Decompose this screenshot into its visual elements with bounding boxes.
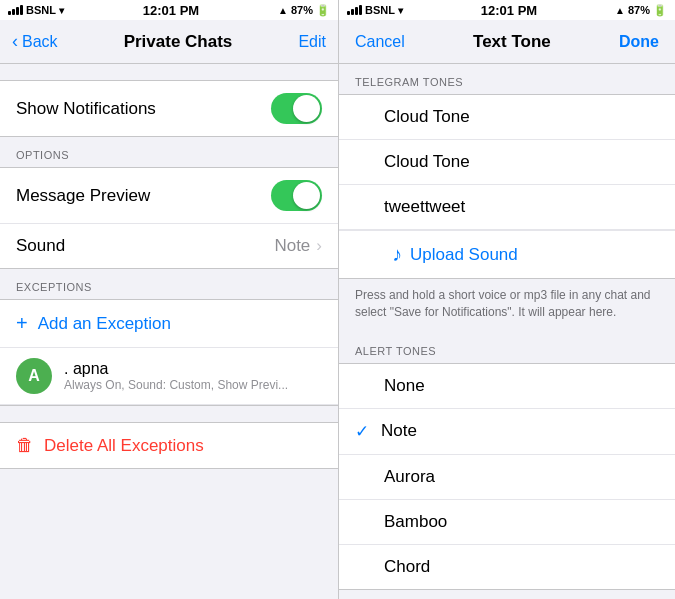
avatar: A xyxy=(16,358,52,394)
telegram-tone-2[interactable]: tweettweet xyxy=(339,185,675,230)
telegram-tones-group: Cloud Tone Cloud Tone tweettweet ♪ Uploa… xyxy=(339,94,675,279)
battery-icon-right: 🔋 xyxy=(653,4,667,17)
page-title-right: Text Tone xyxy=(473,32,551,52)
sound-row[interactable]: Sound Note › xyxy=(0,224,338,268)
status-bar-left: BSNL ▾ 12:01 PM ▲ 87% 🔋 xyxy=(0,0,338,20)
telegram-tone-label-1: Cloud Tone xyxy=(384,152,470,172)
cancel-button[interactable]: Cancel xyxy=(355,33,405,51)
info-text: Press and hold a short voice or mp3 file… xyxy=(339,279,675,333)
exception-item[interactable]: A . apna Always On, Sound: Custom, Show … xyxy=(0,348,338,405)
upload-label: Upload Sound xyxy=(410,245,518,265)
chevron-left-icon: ‹ xyxy=(12,31,18,52)
location-icon-left: ▲ xyxy=(278,5,288,16)
sound-value: Note xyxy=(274,236,310,256)
message-preview-label: Message Preview xyxy=(16,186,150,206)
options-group: Message Preview Sound Note › xyxy=(0,167,338,269)
nav-bar-left: ‹ Back Private Chats Edit xyxy=(0,20,338,64)
wifi-icon-right: ▾ xyxy=(398,5,403,16)
telegram-section-label: TELEGRAM TONES xyxy=(339,64,675,94)
battery-left: 87% xyxy=(291,4,313,16)
add-exception-row[interactable]: + Add an Exception xyxy=(0,300,338,348)
chevron-right-icon: › xyxy=(316,236,322,256)
battery-right: 87% xyxy=(628,4,650,16)
telegram-tone-1[interactable]: Cloud Tone xyxy=(339,140,675,185)
add-exception-label: Add an Exception xyxy=(38,314,171,334)
exceptions-group: + Add an Exception A . apna Always On, S… xyxy=(0,299,338,406)
message-preview-toggle[interactable] xyxy=(271,180,322,211)
telegram-tone-0[interactable]: Cloud Tone xyxy=(339,95,675,140)
message-preview-row: Message Preview xyxy=(0,168,338,224)
telegram-tone-label-0: Cloud Tone xyxy=(384,107,470,127)
alert-tone-label-1: Note xyxy=(381,421,417,441)
edit-button[interactable]: Edit xyxy=(298,33,326,51)
alert-tone-label-2: Aurora xyxy=(384,467,435,487)
show-notifications-label: Show Notifications xyxy=(16,99,156,119)
back-button[interactable]: ‹ Back xyxy=(12,31,58,52)
plus-icon: + xyxy=(16,312,28,335)
show-notifications-toggle[interactable] xyxy=(271,93,322,124)
time-right: 12:01 PM xyxy=(481,3,537,18)
carrier-left: BSNL xyxy=(26,4,56,16)
alert-tone-0[interactable]: None xyxy=(339,364,675,409)
battery-icon-left: 🔋 xyxy=(316,4,330,17)
alert-tone-label-4: Chord xyxy=(384,557,430,577)
alert-section-label: ALERT TONES xyxy=(339,333,675,363)
signal-bars xyxy=(8,5,23,15)
exception-name: . apna xyxy=(64,360,288,378)
delete-exceptions-group: 🗑 Delete All Exceptions xyxy=(0,422,338,469)
alert-tone-1[interactable]: ✓ Note xyxy=(339,409,675,455)
done-button[interactable]: Done xyxy=(619,33,659,51)
alert-tone-3[interactable]: Bamboo xyxy=(339,500,675,545)
upload-icon: ♪ xyxy=(392,243,402,266)
nav-bar-right: Cancel Text Tone Done xyxy=(339,20,675,64)
options-section-label: OPTIONS xyxy=(0,137,338,167)
checkmark-icon: ✓ xyxy=(355,421,369,442)
telegram-tone-label-2: tweettweet xyxy=(384,197,465,217)
back-label[interactable]: Back xyxy=(22,33,58,51)
location-icon-right: ▲ xyxy=(615,5,625,16)
time-left: 12:01 PM xyxy=(143,3,199,18)
alert-tone-2[interactable]: Aurora xyxy=(339,455,675,500)
alert-tone-4[interactable]: Chord xyxy=(339,545,675,589)
upload-sound-row[interactable]: ♪ Upload Sound xyxy=(339,230,675,278)
show-notifications-row: Show Notifications xyxy=(0,81,338,136)
signal-bars-right xyxy=(347,5,362,15)
carrier-right: BSNL xyxy=(365,4,395,16)
alert-tone-label-3: Bamboo xyxy=(384,512,447,532)
alert-tones-group: None ✓ Note Aurora Bamboo Chord xyxy=(339,363,675,590)
trash-icon: 🗑 xyxy=(16,435,34,456)
alert-tone-label-0: None xyxy=(384,376,425,396)
delete-all-row[interactable]: 🗑 Delete All Exceptions xyxy=(0,423,338,468)
show-notifications-group: Show Notifications xyxy=(0,80,338,137)
sound-label: Sound xyxy=(16,236,65,256)
status-bar-right: BSNL ▾ 12:01 PM ▲ 87% 🔋 xyxy=(339,0,675,20)
wifi-icon-left: ▾ xyxy=(59,5,64,16)
exception-detail: Always On, Sound: Custom, Show Previ... xyxy=(64,378,288,392)
page-title-left: Private Chats xyxy=(124,32,233,52)
delete-all-label: Delete All Exceptions xyxy=(44,436,204,456)
exception-info: . apna Always On, Sound: Custom, Show Pr… xyxy=(64,360,288,392)
exceptions-section-label: EXCEPTIONS xyxy=(0,269,338,299)
